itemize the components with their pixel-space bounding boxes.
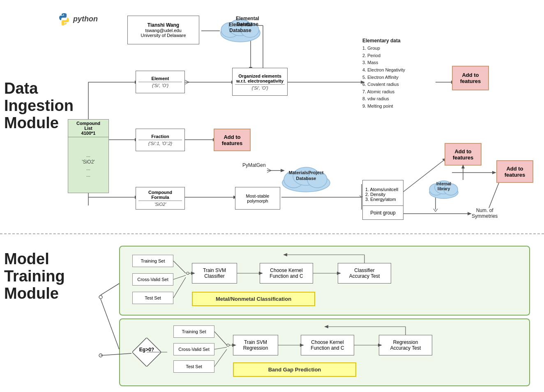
materials-db-cloud: MaterialsProjectDatabase: [279, 158, 333, 193]
num-symmetries: Num. ofSymmetries: [472, 208, 498, 219]
classifier-accuracy-box: Classifier Accuracy Test: [338, 263, 391, 284]
band-gap-label: Band Gap Prediction: [268, 367, 321, 373]
elementary-item-3: 3. Mass: [362, 59, 405, 67]
elementary-item-5: 5. Electron Affinity: [362, 74, 405, 81]
author-box: Tianshi Wang tswang@udel.edu University …: [127, 16, 199, 44]
fraction-title: Fraction: [138, 134, 182, 140]
compound-formula-content: 'SiO2': [154, 202, 166, 207]
svg-marker-78: [283, 253, 287, 256]
elementary-item-9: 9. Melting point: [362, 103, 405, 110]
elementary-data-title: Elementary data: [362, 37, 405, 45]
metal-nonmetal-label: Metal/Nonmetal Classification: [216, 296, 291, 302]
pymatgen-label: PyMatGen: [242, 162, 266, 168]
bottom-section: MATLAB Model Training Module Feature Mat…: [0, 234, 544, 392]
author-email: tswang@udel.edu: [145, 28, 181, 33]
svg-point-96: [99, 295, 102, 299]
compound-formula-title: CompoundFormula: [138, 190, 182, 201]
svg-line-32: [360, 196, 362, 197]
choose-kernel-regression-box: Choose Kernel Function and C: [301, 335, 354, 355]
elementary-item-1: 1. Group: [362, 45, 405, 52]
python-icon: [58, 12, 71, 25]
svg-point-98: [99, 354, 102, 357]
choose-kernel-classifier-box: Choose Kernel Function and C: [260, 263, 313, 284]
fraction-box: Fraction {'Si':1, 'O':2}: [136, 129, 185, 151]
python-logo: python: [58, 12, 98, 25]
svg-marker-41: [468, 212, 472, 215]
svg-point-69: [187, 272, 189, 274]
compound-formula-box: CompoundFormula 'SiO2': [136, 187, 185, 210]
structural-item-2: 2. Density: [365, 192, 401, 197]
band-gap-box: Band Gap Prediction: [233, 362, 356, 377]
test-set-2: Test Set: [173, 360, 214, 373]
svg-line-81: [214, 332, 227, 345]
crossvalid-set-1: Cross-Valid Set: [132, 273, 173, 286]
train-svm-classifier-label: Train SVM Classifier: [203, 267, 226, 279]
elementary-data: Elementary data 1. Group 2. Period 3. Ma…: [362, 37, 405, 110]
svg-line-46: [436, 209, 438, 212]
svg-marker-37: [492, 171, 496, 174]
train-svm-regression-label: Train SVM Regression: [243, 339, 268, 351]
classifier-area: Training Set Cross-Valid Set Test Set Tr…: [119, 246, 530, 316]
svg-line-45: [433, 209, 436, 212]
training-set-1: Training Set: [132, 255, 173, 267]
internal-library-cloud: Internallibrary: [427, 175, 460, 200]
train-svm-classifier-box: Train SVM Classifier: [192, 263, 237, 284]
svg-line-83: [214, 349, 227, 367]
svg-line-29: [267, 171, 271, 173]
compound-item-2: 'SiO2': [82, 159, 95, 165]
main-container: python Tianshi Wang tswang@udel.edu Univ…: [0, 0, 544, 392]
classifier-accuracy-label: Classifier Accuracy Test: [349, 267, 380, 279]
classifier-arrows-svg: [120, 247, 529, 315]
structural-data-box: 1. Atoms/unitcell 2. Density 3. Energy/a…: [362, 180, 403, 209]
compound-list-box: CompoundList4100*1 ... 'SiO2' ... ...: [68, 119, 109, 193]
add-features-1: Add to features: [452, 66, 489, 90]
add-features-3-label: Add tofeatures: [453, 148, 474, 161]
eg-diamond-container: Eg>0?: [132, 338, 161, 367]
regression-accuracy-label: Regression Accuracy Test: [390, 339, 421, 351]
svg-line-10: [185, 80, 189, 82]
organized-title: Organized elementsw.r.t. electronegativi…: [235, 74, 285, 85]
elementary-item-8: 8. vdw radius: [362, 95, 405, 103]
compound-item-1: ...: [86, 152, 90, 158]
choose-kernel-regression-label: Choose Kernel Function and C: [311, 339, 344, 351]
regression-area: Eg>0? Training Set Cross-Valid Set Test …: [119, 318, 530, 386]
most-stable-label: Most-stablepolymorph: [246, 194, 270, 203]
elementary-item-6: 6. Covalent radius: [362, 81, 405, 88]
svg-line-95: [101, 299, 119, 349]
svg-marker-93: [324, 325, 328, 328]
element-title: Element: [138, 76, 182, 82]
svg-line-11: [185, 82, 189, 84]
elementary-item-2: 2. Period: [362, 52, 405, 60]
compound-item-3: ...: [86, 166, 90, 171]
add-features-3: Add tofeatures: [445, 143, 482, 166]
python-label: python: [73, 15, 98, 23]
elementary-item-7: 7. Atomic radius: [362, 88, 405, 96]
choose-kernel-classifier-label: Choose Kernel Function and C: [270, 267, 303, 279]
svg-point-84: [227, 344, 229, 346]
training-set-2: Training Set: [173, 325, 214, 338]
add-features-2: Add tofeatures: [214, 129, 251, 151]
svg-line-66: [173, 261, 186, 273]
section-label-bottom: Model Training Module: [4, 251, 65, 302]
svg-line-67: [173, 275, 186, 279]
compound-list-header: CompoundList4100*1: [68, 120, 108, 137]
point-group-label: Point group: [370, 210, 395, 216]
section-label-top: Data Ingestion Module: [4, 80, 74, 131]
element-box: Element {'Si', 'O'}: [136, 71, 185, 93]
compound-item-4: ...: [86, 172, 90, 178]
test-set-1: Test Set: [132, 292, 173, 304]
structural-item-1: 1. Atoms/unitcell: [365, 187, 401, 192]
add-features-2-label: Add tofeatures: [222, 134, 243, 146]
regression-accuracy-box: Regression Accuracy Test: [379, 335, 432, 355]
fraction-content: {'Si':1, 'O':2}: [148, 141, 173, 146]
eg-diamond-label: Eg>0?: [136, 347, 158, 353]
author-name: Tianshi Wang: [148, 22, 179, 28]
organized-box: Organized elementsw.r.t. electronegativi…: [232, 68, 288, 96]
add-features-4-label: Add tofeatures: [505, 166, 526, 178]
element-content: {'Si', 'O'}: [152, 83, 168, 88]
organized-content: {'Si', 'O'}: [251, 85, 268, 90]
add-features-1-label: Add to features: [460, 72, 481, 84]
svg-line-94: [101, 284, 119, 295]
most-stable-box: Most-stablepolymorph: [235, 187, 280, 210]
train-svm-regression-box: Train SVM Regression: [233, 335, 278, 355]
